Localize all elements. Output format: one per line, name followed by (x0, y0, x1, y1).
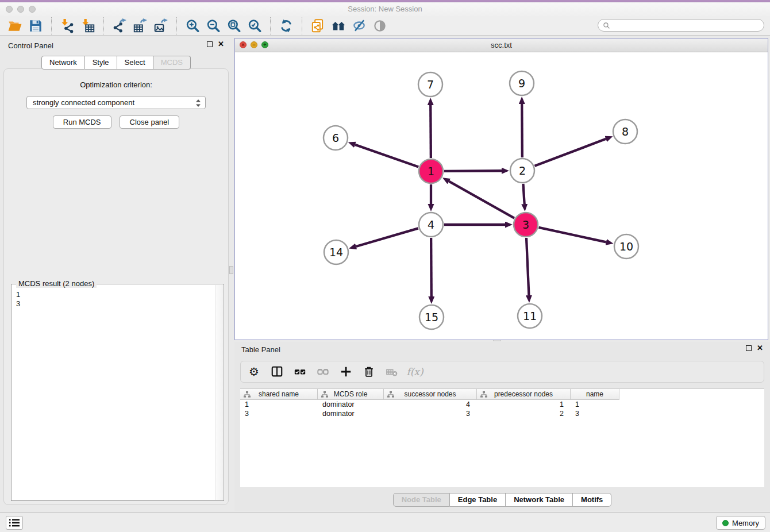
mcds-result-text: 1 3 (11, 287, 215, 500)
node-table[interactable]: shared nameMCDS rolesuccessor nodesprede… (240, 388, 764, 487)
node-label-3: 3 (522, 218, 529, 231)
node-label-6: 6 (332, 132, 339, 144)
table-panel-tabs: Node TableEdge TableNetwork TableMotifs (234, 493, 770, 507)
session-title: Session: New Session (0, 5, 770, 13)
delete-column-icon[interactable] (384, 364, 399, 379)
network-view-window: × − + scc.txt 7968124314101511 (234, 38, 768, 340)
tab-mcds[interactable]: MCDS (153, 56, 191, 70)
task-history-button[interactable] (6, 516, 23, 530)
edge-1-2[interactable] (444, 171, 502, 171)
table-column-header[interactable]: predecessor nodes (477, 389, 571, 400)
tab-style[interactable]: Style (85, 56, 117, 70)
show-graphics-details-icon[interactable] (349, 17, 369, 34)
node-label-1: 1 (428, 165, 434, 178)
add-row-icon[interactable] (338, 364, 353, 379)
vertical-divider-grip[interactable] (229, 266, 233, 274)
control-panel: Control Panel ✕ NetworkStyleSelectMCDS O… (0, 36, 232, 512)
column-settings-icon[interactable]: ⚙ (247, 364, 261, 379)
optimization-criterion-label: Optimization criterion: (4, 80, 228, 89)
memory-status-icon (722, 520, 729, 526)
cell-shared-name[interactable]: 3 (240, 409, 318, 418)
zoom-out-icon[interactable] (203, 17, 224, 34)
edge-2-8[interactable] (535, 139, 606, 166)
zoom-fit-icon[interactable] (224, 17, 244, 34)
column-header-shared-name: shared name (259, 390, 299, 398)
birds-eye-view-icon[interactable] (369, 17, 390, 34)
memory-label: Memory (732, 519, 759, 527)
save-session-icon[interactable] (25, 17, 46, 34)
tab-motifs[interactable]: Motifs (573, 493, 611, 507)
close-panel-button[interactable]: Close panel (120, 115, 180, 129)
edge-1-6[interactable] (355, 145, 418, 167)
edge-3-1[interactable] (449, 182, 514, 218)
cell-predecessor-nodes[interactable]: 2 (477, 409, 571, 418)
network-graph: 7968124314101511 (235, 52, 768, 340)
table-row[interactable]: 1dominator411 (240, 400, 764, 409)
table-column-header[interactable]: name (571, 389, 619, 400)
cell-successor-nodes[interactable]: 3 (384, 409, 477, 418)
open-session-icon[interactable] (5, 17, 25, 34)
control-panel-title: Control Panel (8, 41, 53, 50)
select-chevrons-icon (195, 99, 201, 107)
cell-MCDS-role[interactable]: dominator (318, 409, 384, 418)
cell-name[interactable]: 3 (571, 409, 619, 418)
cell-predecessor-nodes[interactable]: 1 (477, 400, 571, 409)
float-panel-icon[interactable] (207, 41, 213, 47)
memory-button[interactable]: Memory (716, 516, 765, 530)
run-mcds-button[interactable]: Run MCDS (53, 115, 111, 129)
cell-name[interactable]: 1 (571, 400, 619, 409)
cell-shared-name[interactable]: 1 (240, 400, 318, 409)
tab-network-table[interactable]: Network Table (506, 493, 573, 507)
table-column-header[interactable]: MCDS role (318, 389, 384, 400)
select-all-icon[interactable] (292, 364, 307, 379)
list-icon (9, 518, 20, 527)
cell-MCDS-role[interactable]: dominator (318, 400, 384, 409)
column-header-predecessor-nodes: predecessor nodes (494, 390, 553, 398)
search-input[interactable] (613, 20, 764, 30)
unselect-all-icon[interactable] (315, 364, 330, 379)
float-table-panel-icon[interactable] (746, 345, 752, 351)
tab-edge-table[interactable]: Edge Table (450, 493, 506, 507)
edge-3-10[interactable] (538, 228, 606, 242)
refresh-icon[interactable] (276, 17, 297, 34)
table-header-row: shared nameMCDS rolesuccessor nodesprede… (240, 389, 764, 400)
table-column-header[interactable]: shared name (240, 389, 318, 400)
tab-node-table[interactable]: Node Table (393, 493, 450, 507)
home-layout-icon[interactable] (328, 17, 349, 34)
tab-select[interactable]: Select (117, 56, 153, 70)
node-label-7: 7 (427, 78, 434, 91)
edge-4-15[interactable] (431, 238, 432, 296)
edge-2-9[interactable] (522, 104, 522, 157)
node-label-15: 15 (425, 311, 438, 323)
edge-4-14[interactable] (356, 228, 418, 246)
edge-2-3[interactable] (523, 184, 524, 204)
close-table-panel-icon[interactable]: ✕ (757, 345, 763, 351)
export-table-icon[interactable] (130, 17, 151, 34)
search-field[interactable] (598, 19, 764, 32)
export-image-icon[interactable] (151, 17, 171, 34)
table-row[interactable]: 3dominator323 (240, 409, 764, 418)
result-scrollbar[interactable] (215, 285, 223, 500)
cell-successor-nodes[interactable]: 4 (384, 400, 477, 409)
zoom-selected-icon[interactable] (244, 17, 265, 34)
table-panel-title: Table Panel (241, 345, 280, 354)
tab-network[interactable]: Network (41, 56, 85, 70)
function-builder-icon[interactable]: f(x) (407, 364, 422, 379)
edge-3-11[interactable] (526, 238, 529, 295)
copy-network-icon[interactable] (307, 17, 328, 34)
column-header-successor-nodes: successor nodes (404, 390, 456, 398)
toolbar-separator (103, 17, 104, 34)
zoom-in-icon[interactable] (182, 17, 203, 34)
table-column-header[interactable]: successor nodes (384, 389, 477, 400)
close-panel-icon[interactable]: ✕ (218, 41, 224, 47)
control-panel-tabs: NetworkStyleSelectMCDS (41, 56, 191, 70)
export-network-icon[interactable] (109, 17, 130, 34)
criterion-select[interactable]: strongly connected component (26, 96, 206, 109)
network-canvas[interactable]: 7968124314101511 (235, 52, 768, 340)
delete-row-icon[interactable] (361, 364, 376, 379)
import-table-icon[interactable] (78, 17, 98, 34)
show-columns-icon[interactable] (270, 364, 284, 379)
column-tree-icon (480, 391, 487, 398)
edge-1-7[interactable] (430, 105, 431, 158)
import-network-icon[interactable] (57, 17, 78, 34)
